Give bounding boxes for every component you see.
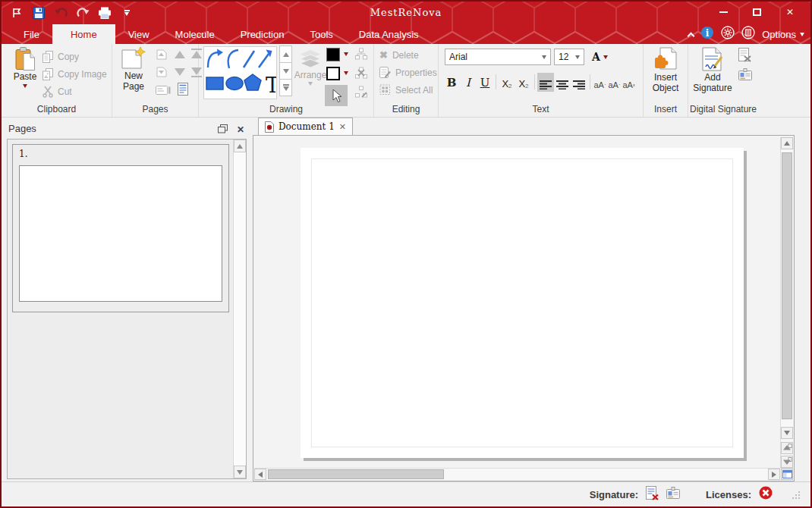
previous-page-icon[interactable]	[173, 49, 187, 61]
scroll-right-button[interactable]	[768, 469, 780, 480]
font-color-button[interactable]: A	[592, 51, 608, 63]
info-icon[interactable]: i	[700, 26, 714, 42]
page-title-icon[interactable]	[155, 84, 172, 96]
scroll-down-button[interactable]	[781, 427, 793, 439]
bold-button[interactable]: B	[443, 73, 460, 92]
shape-gallery[interactable]: T	[203, 46, 277, 99]
page-thumbnail-item[interactable]: 1.	[12, 144, 229, 312]
copy-button[interactable]: Copy	[42, 51, 79, 63]
document-page[interactable]	[301, 148, 744, 458]
tab-tools[interactable]: Tools	[297, 24, 345, 44]
copy-image-button[interactable]: Copy Image	[42, 68, 107, 80]
arrange-dropdown-icon	[308, 82, 313, 86]
group-objects-icon[interactable]	[355, 48, 367, 60]
line-color-dropdown-icon[interactable]	[344, 71, 348, 75]
move-page-up-icon[interactable]	[155, 49, 168, 61]
tab-molecule[interactable]: Molecule	[162, 24, 228, 44]
subscript-button[interactable]: X2	[499, 73, 515, 92]
panel-scroll-down-button[interactable]	[234, 466, 246, 478]
gallery-expand[interactable]	[279, 79, 292, 96]
move-page-down-icon[interactable]	[155, 66, 168, 78]
digital-signature-group-label: Digital Signature	[688, 104, 758, 114]
tab-prediction[interactable]: Prediction	[228, 24, 297, 44]
ribbon-right-tools: i Options	[688, 24, 804, 44]
next-page-scroll-button[interactable]	[781, 456, 793, 468]
licenses-status-label: Licenses:	[706, 489, 751, 500]
font-color-icon: A	[592, 51, 600, 63]
reset-font-button[interactable]: aAˣ	[622, 73, 636, 92]
document-tab-label: Document 1	[279, 121, 335, 132]
line-color-swatch[interactable]	[326, 67, 340, 80]
shrink-font-button[interactable]: aAˋ	[607, 73, 622, 92]
gallery-scroll-up[interactable]	[279, 45, 292, 63]
tab-data-analysis[interactable]: Data Analysis	[346, 24, 432, 44]
paste-button[interactable]: Paste	[9, 47, 41, 88]
vertical-scroll-thumb[interactable]	[782, 152, 792, 419]
collapse-ribbon-icon[interactable]	[688, 32, 695, 39]
float-panel-icon[interactable]	[218, 123, 228, 136]
select-all-button[interactable]: Select All	[379, 84, 433, 96]
document-canvas[interactable]	[253, 135, 795, 481]
italic-button[interactable]: I	[460, 73, 477, 92]
licenses-error-icon[interactable]	[759, 486, 773, 503]
horizontal-scroll-thumb[interactable]	[268, 469, 444, 479]
properties-button[interactable]: Properties	[379, 67, 437, 79]
ribbon: Paste Copy Copy Image Cut Clipboard	[2, 44, 810, 118]
close-panel-icon[interactable]: ✕	[237, 124, 244, 135]
group-clipboard: Paste Copy Copy Image Cut Clipboard	[2, 44, 112, 117]
group-drawing: T Arrange	[199, 44, 374, 117]
horizontal-scrollbar[interactable]	[254, 468, 793, 480]
signature-id-icon[interactable]	[738, 68, 752, 80]
delete-button[interactable]: ✖ Delete	[379, 49, 419, 61]
align-left-button[interactable]	[537, 73, 554, 92]
fill-color-dropdown-icon[interactable]	[344, 52, 348, 56]
ungroup-objects-icon[interactable]	[355, 67, 367, 79]
maximize-button[interactable]	[745, 3, 768, 21]
underline-button[interactable]: U	[477, 73, 493, 92]
arrange-button[interactable]: Arrange	[293, 50, 328, 86]
app-title: MestReNova	[2, 7, 810, 18]
previous-page-scroll-button[interactable]	[781, 442, 793, 454]
pages-panel-scrollbar[interactable]	[233, 140, 246, 478]
cursor-icon	[330, 89, 342, 103]
close-button[interactable]: ✕	[779, 3, 801, 21]
document-icon	[265, 121, 274, 133]
signature-status-icon[interactable]	[646, 486, 659, 503]
tab-home[interactable]: Home	[52, 24, 115, 44]
grow-font-button[interactable]: aAˊ	[593, 73, 607, 92]
vertical-scrollbar[interactable]	[780, 137, 793, 469]
insert-object-button[interactable]: Insert Object	[647, 47, 685, 94]
panel-scroll-up-button[interactable]	[234, 140, 246, 152]
selection-cursor-button[interactable]	[325, 85, 348, 106]
document-tab[interactable]: Document 1 ✕	[258, 118, 353, 135]
superscript-button[interactable]: X2	[515, 73, 532, 92]
resize-grip[interactable]	[791, 490, 800, 499]
font-size-select[interactable]: 12	[554, 49, 584, 65]
tab-file[interactable]: File	[11, 24, 52, 44]
fill-color-swatch[interactable]	[326, 48, 340, 61]
add-signature-button[interactable]: Add Signature	[691, 47, 734, 94]
options-menu[interactable]: Options	[762, 29, 804, 40]
document-tab-close-icon[interactable]: ✕	[339, 122, 346, 132]
next-page-icon[interactable]	[173, 66, 187, 78]
license-book-icon[interactable]	[741, 26, 755, 42]
text-group-label: Text	[439, 104, 643, 114]
edit-group-icon[interactable]	[355, 86, 367, 98]
fit-page-corner-button[interactable]	[781, 469, 793, 480]
scroll-up-button[interactable]	[781, 137, 793, 149]
settings-gear-icon[interactable]	[721, 26, 735, 42]
scroll-left-button[interactable]	[254, 469, 266, 480]
cut-button[interactable]: Cut	[42, 86, 72, 98]
minimize-button[interactable]	[712, 3, 735, 21]
page-setup-icon[interactable]	[176, 83, 190, 95]
align-right-button[interactable]	[571, 73, 587, 92]
tab-view[interactable]: View	[115, 24, 162, 44]
shape-gallery-icons: T	[204, 47, 276, 99]
signature-id-status-icon[interactable]	[666, 487, 680, 502]
align-center-button[interactable]	[554, 73, 571, 92]
pages-panel-title: Pages	[8, 123, 36, 134]
gallery-scroll-down[interactable]	[279, 62, 292, 80]
font-family-select[interactable]: Arial	[445, 49, 551, 65]
remove-signature-icon[interactable]	[738, 48, 751, 62]
new-page-button[interactable]: New Page	[115, 47, 152, 93]
